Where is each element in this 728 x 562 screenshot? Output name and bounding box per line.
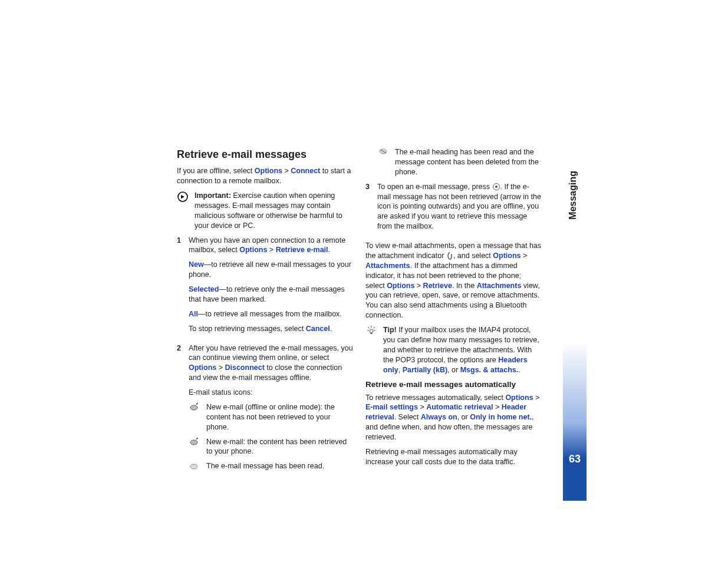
text: . (518, 366, 520, 374)
status-icon-row: The e-mail message has been read. (189, 461, 354, 471)
text: To open an e-mail message, press (377, 183, 492, 191)
joystick-icon (492, 183, 500, 191)
page-number: 63 (563, 453, 587, 465)
link-email-settings: E-mail settings (365, 403, 418, 411)
link-retrieve: Retrieve (423, 282, 452, 290)
link-all: All (189, 310, 198, 318)
step-3: 3 To open an e-mail message, press . If … (365, 182, 542, 236)
text: To stop retrieving messages, select (189, 325, 306, 333)
text: After you have retrieved the e-mail mess… (189, 344, 353, 362)
step-3-text: To open an e-mail message, press . If th… (377, 182, 542, 232)
opt-new: New—to retrieve all new e-mail messages … (189, 260, 354, 280)
text: > (216, 363, 225, 372)
text: , and select (453, 252, 493, 260)
heading-retrieve: Retrieve e-mail messages (177, 147, 354, 161)
text: New e-mail (offline or online mode): the… (206, 402, 354, 432)
step-2: 2 After you have retrieved the e-mail me… (177, 343, 354, 477)
steps-list-cont: 3 To open an e-mail message, press . If … (365, 182, 542, 236)
stop-text: To stop retrieving messages, select Canc… (189, 324, 354, 334)
tip-note: Tip! If your mailbox uses the IMAP4 prot… (365, 325, 542, 375)
mail-deleted-icon (377, 147, 389, 177)
link-options: Options (505, 394, 533, 402)
link-connect: Connect (291, 167, 320, 175)
text: , or (457, 413, 470, 421)
intro: If you are offline, select Options > Con… (177, 166, 354, 186)
text: To retrieve messages automatically, sele… (365, 394, 505, 402)
svg-point-13 (370, 329, 373, 333)
text: , (398, 366, 403, 374)
text: The e-mail message has been read. (206, 461, 354, 471)
important-icon (177, 191, 189, 231)
link-home-net: Only in home net. (470, 413, 532, 421)
attachments-text: To view e-mail attachments, open a messa… (365, 241, 542, 320)
svg-rect-14 (371, 333, 373, 334)
link-cancel: Cancel (306, 325, 330, 333)
manual-page: Retrieve e-mail messages If you are offl… (0, 0, 728, 562)
side-tab: Messaging 63 (563, 147, 587, 501)
step-num: 2 (177, 343, 184, 477)
text: . In the (452, 282, 477, 290)
link-disconnect: Disconnect (225, 363, 264, 372)
text: —to retrieve all new e-mail messages to … (189, 260, 351, 279)
important-note: Important: Exercise caution when opening… (177, 191, 354, 231)
svg-point-1 (190, 405, 197, 410)
link-msgs-attachs: Msgs. & attachs. (460, 366, 519, 374)
link-automatic-retrieval: Automatic retrieval (426, 403, 493, 411)
mail-read-icon (189, 461, 200, 471)
svg-line-12 (374, 327, 375, 329)
heading-auto: Retrieve e-mail messages automatically (365, 379, 542, 390)
text: > (282, 167, 291, 175)
text: The e-mail heading has been read and the… (395, 147, 542, 177)
tip-icon (365, 325, 377, 375)
text: > (521, 252, 528, 260)
label: Important: (195, 191, 231, 200)
opt-selected: Selected—to retrieve only the e-mail mes… (189, 285, 354, 305)
svg-point-2 (190, 440, 197, 445)
text: > (414, 282, 423, 290)
section-label: Messaging (568, 171, 578, 220)
step-2-text: After you have retrieved the e-mail mess… (189, 343, 354, 384)
status-icon-row: The e-mail heading has been read and the… (377, 147, 542, 177)
auto-warning: Retrieving e-mail messages automatically… (365, 447, 542, 467)
link-options: Options (387, 282, 414, 290)
important-text: Important: Exercise caution when opening… (195, 191, 354, 231)
mail-new-unretrieved-icon (189, 402, 200, 432)
steps-list: 1 When you have an open connection to a … (177, 236, 354, 477)
link-options: Options (493, 252, 521, 260)
text: . (330, 325, 332, 333)
step-1-text: When you have an open connection to a re… (189, 236, 354, 256)
icons-heading: E-mail status icons: (189, 388, 354, 398)
tip-text: Tip! If your mailbox uses the IMAP4 prot… (383, 325, 542, 375)
mail-new-retrieved-icon (189, 437, 200, 457)
link-retrieve: Retrieve e-mail (276, 246, 328, 254)
text: , or (447, 366, 460, 374)
link-new: New (189, 260, 204, 269)
column-left: Retrieve e-mail messages If you are offl… (177, 147, 354, 481)
attachment-icon (446, 252, 453, 260)
link-options: Options (239, 246, 267, 254)
text: > (418, 403, 426, 411)
link-options: Options (189, 363, 216, 372)
status-icon-row: New e-mail (offline or online mode): the… (189, 402, 354, 432)
link-attachments-view: Attachments (477, 282, 522, 290)
text: > (533, 394, 540, 402)
link-attachments: Attachments (365, 262, 410, 270)
text: . (328, 246, 330, 254)
svg-point-7 (495, 186, 498, 188)
status-icon-row: New e-mail: the content has been retriev… (189, 437, 354, 457)
label: Tip! (383, 326, 397, 334)
text-columns: Retrieve e-mail messages If you are offl… (177, 147, 542, 481)
step-num: 1 (177, 236, 184, 339)
opt-all: All—to retrieve all messages from the ma… (189, 309, 354, 319)
text: —to retrieve all messages from the mailb… (198, 310, 342, 318)
link-options: Options (255, 167, 282, 175)
auto-text: To retrieve messages automatically, sele… (365, 393, 542, 442)
svg-point-3 (190, 464, 197, 469)
step-1: 1 When you have an open connection to a … (177, 236, 354, 339)
svg-line-11 (368, 327, 370, 329)
link-always-on: Always on (421, 413, 457, 421)
column-right: The e-mail heading has been read and the… (365, 147, 542, 481)
text: > (267, 246, 275, 254)
text: If you are offline, select (177, 167, 255, 175)
link-selected: Selected (189, 285, 219, 293)
